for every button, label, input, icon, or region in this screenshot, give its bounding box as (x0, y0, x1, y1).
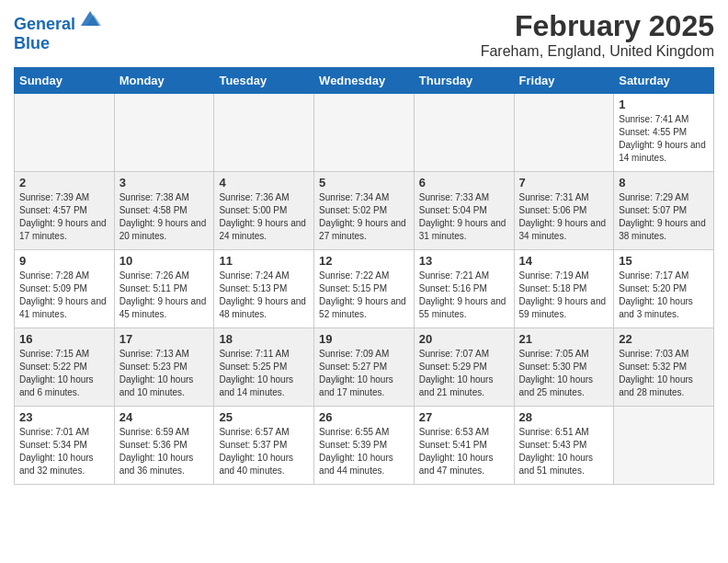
calendar-day (314, 94, 415, 172)
day-info: Sunrise: 7:38 AM Sunset: 4:58 PM Dayligh… (119, 191, 210, 243)
calendar-day: 20Sunrise: 7:07 AM Sunset: 5:29 PM Dayli… (414, 328, 514, 407)
day-number: 1 (619, 98, 709, 111)
day-number: 17 (119, 332, 210, 346)
day-number: 21 (519, 332, 609, 346)
calendar-day: 3Sunrise: 7:38 AM Sunset: 4:58 PM Daylig… (114, 172, 214, 250)
calendar-day: 11Sunrise: 7:24 AM Sunset: 5:13 PM Dayli… (214, 250, 314, 328)
calendar-day: 28Sunrise: 6:51 AM Sunset: 5:43 PM Dayli… (514, 407, 614, 485)
day-number: 12 (319, 254, 409, 268)
calendar-day: 26Sunrise: 6:55 AM Sunset: 5:39 PM Dayli… (314, 407, 415, 485)
calendar-day (214, 94, 314, 172)
day-info: Sunrise: 7:39 AM Sunset: 4:57 PM Dayligh… (19, 191, 109, 243)
day-info: Sunrise: 7:15 AM Sunset: 5:22 PM Dayligh… (19, 348, 109, 399)
calendar-day: 18Sunrise: 7:11 AM Sunset: 5:25 PM Dayli… (214, 328, 314, 407)
day-number: 20 (419, 332, 509, 346)
day-info: Sunrise: 7:28 AM Sunset: 5:09 PM Dayligh… (19, 270, 109, 321)
day-info: Sunrise: 7:21 AM Sunset: 5:16 PM Dayligh… (419, 270, 509, 321)
logo: General Blue (14, 9, 103, 53)
day-number: 11 (219, 254, 309, 268)
col-sunday: Sunday (15, 68, 115, 94)
col-saturday: Saturday (614, 68, 714, 94)
calendar-day: 12Sunrise: 7:22 AM Sunset: 5:15 PM Dayli… (314, 250, 415, 328)
calendar-day (514, 94, 614, 172)
logo-blue: Blue (14, 34, 50, 52)
calendar-week-5: 23Sunrise: 7:01 AM Sunset: 5:34 PM Dayli… (15, 407, 714, 485)
day-info: Sunrise: 7:13 AM Sunset: 5:23 PM Dayligh… (119, 348, 210, 399)
day-number: 13 (419, 254, 509, 268)
calendar-day (15, 94, 115, 172)
calendar-day: 15Sunrise: 7:17 AM Sunset: 5:20 PM Dayli… (614, 250, 714, 328)
day-info: Sunrise: 7:07 AM Sunset: 5:29 PM Dayligh… (419, 348, 509, 399)
day-info: Sunrise: 7:22 AM Sunset: 5:15 PM Dayligh… (319, 270, 409, 321)
calendar-day: 13Sunrise: 7:21 AM Sunset: 5:16 PM Dayli… (414, 250, 514, 328)
col-thursday: Thursday (414, 68, 514, 94)
day-number: 18 (219, 332, 309, 346)
col-tuesday: Tuesday (214, 68, 314, 94)
page: General Blue February 2025 Fareham, Engl… (0, 0, 728, 499)
calendar-day: 22Sunrise: 7:03 AM Sunset: 5:32 PM Dayli… (614, 328, 714, 407)
day-info: Sunrise: 7:05 AM Sunset: 5:30 PM Dayligh… (519, 348, 609, 399)
day-info: Sunrise: 6:57 AM Sunset: 5:37 PM Dayligh… (219, 426, 309, 477)
day-number: 19 (319, 332, 409, 346)
calendar-day: 17Sunrise: 7:13 AM Sunset: 5:23 PM Dayli… (114, 328, 214, 407)
day-info: Sunrise: 7:01 AM Sunset: 5:34 PM Dayligh… (19, 426, 109, 477)
calendar-subtitle: Fareham, England, United Kingdom (481, 43, 714, 60)
day-info: Sunrise: 7:17 AM Sunset: 5:20 PM Dayligh… (619, 270, 709, 321)
day-info: Sunrise: 6:59 AM Sunset: 5:36 PM Dayligh… (119, 426, 210, 477)
day-number: 5 (319, 176, 409, 190)
calendar-day: 25Sunrise: 6:57 AM Sunset: 5:37 PM Dayli… (214, 407, 314, 485)
calendar-week-2: 2Sunrise: 7:39 AM Sunset: 4:57 PM Daylig… (15, 172, 714, 250)
calendar-day: 9Sunrise: 7:28 AM Sunset: 5:09 PM Daylig… (15, 250, 115, 328)
day-info: Sunrise: 7:31 AM Sunset: 5:06 PM Dayligh… (519, 191, 609, 243)
header-row: Sunday Monday Tuesday Wednesday Thursday… (15, 68, 714, 94)
day-info: Sunrise: 7:41 AM Sunset: 4:55 PM Dayligh… (619, 113, 709, 165)
calendar-week-1: 1Sunrise: 7:41 AM Sunset: 4:55 PM Daylig… (15, 94, 714, 172)
calendar-day: 8Sunrise: 7:29 AM Sunset: 5:07 PM Daylig… (614, 172, 714, 250)
title-block: February 2025 Fareham, England, United K… (481, 9, 714, 60)
day-info: Sunrise: 7:26 AM Sunset: 5:11 PM Dayligh… (119, 270, 210, 321)
calendar-day: 23Sunrise: 7:01 AM Sunset: 5:34 PM Dayli… (15, 407, 115, 485)
day-number: 27 (419, 410, 509, 424)
calendar-day: 24Sunrise: 6:59 AM Sunset: 5:36 PM Dayli… (114, 407, 214, 485)
day-number: 24 (119, 410, 210, 424)
calendar-day: 6Sunrise: 7:33 AM Sunset: 5:04 PM Daylig… (414, 172, 514, 250)
day-number: 3 (119, 176, 210, 190)
day-number: 25 (219, 410, 309, 424)
day-info: Sunrise: 7:03 AM Sunset: 5:32 PM Dayligh… (619, 348, 709, 399)
day-number: 10 (119, 254, 210, 268)
day-info: Sunrise: 7:24 AM Sunset: 5:13 PM Dayligh… (219, 270, 309, 321)
calendar-day: 27Sunrise: 6:53 AM Sunset: 5:41 PM Dayli… (414, 407, 514, 485)
logo-general: General (14, 15, 75, 33)
col-friday: Friday (514, 68, 614, 94)
day-number: 7 (519, 176, 609, 190)
day-info: Sunrise: 6:53 AM Sunset: 5:41 PM Dayligh… (419, 426, 509, 477)
calendar-day (414, 94, 514, 172)
day-number: 6 (419, 176, 509, 190)
col-monday: Monday (114, 68, 214, 94)
header: General Blue February 2025 Fareham, Engl… (14, 9, 714, 60)
day-number: 26 (319, 410, 409, 424)
calendar-day (114, 94, 214, 172)
day-info: Sunrise: 7:36 AM Sunset: 5:00 PM Dayligh… (219, 191, 309, 243)
day-info: Sunrise: 7:09 AM Sunset: 5:27 PM Dayligh… (319, 348, 409, 399)
day-info: Sunrise: 7:34 AM Sunset: 5:02 PM Dayligh… (319, 191, 409, 243)
calendar-day: 19Sunrise: 7:09 AM Sunset: 5:27 PM Dayli… (314, 328, 415, 407)
calendar-day: 14Sunrise: 7:19 AM Sunset: 5:18 PM Dayli… (514, 250, 614, 328)
calendar-day: 4Sunrise: 7:36 AM Sunset: 5:00 PM Daylig… (214, 172, 314, 250)
day-info: Sunrise: 7:19 AM Sunset: 5:18 PM Dayligh… (519, 270, 609, 321)
col-wednesday: Wednesday (314, 68, 415, 94)
day-number: 15 (619, 254, 709, 268)
day-info: Sunrise: 6:51 AM Sunset: 5:43 PM Dayligh… (519, 426, 609, 477)
calendar-week-3: 9Sunrise: 7:28 AM Sunset: 5:09 PM Daylig… (15, 250, 714, 328)
calendar-day: 5Sunrise: 7:34 AM Sunset: 5:02 PM Daylig… (314, 172, 415, 250)
calendar-table: Sunday Monday Tuesday Wednesday Thursday… (14, 67, 714, 485)
calendar-day: 21Sunrise: 7:05 AM Sunset: 5:30 PM Dayli… (514, 328, 614, 407)
calendar-day: 1Sunrise: 7:41 AM Sunset: 4:55 PM Daylig… (614, 94, 714, 172)
day-number: 23 (19, 410, 109, 424)
calendar-day: 7Sunrise: 7:31 AM Sunset: 5:06 PM Daylig… (514, 172, 614, 250)
logo-text: General Blue (14, 9, 103, 53)
day-number: 28 (519, 410, 609, 424)
logo-icon (77, 9, 103, 29)
day-info: Sunrise: 7:29 AM Sunset: 5:07 PM Dayligh… (619, 191, 709, 243)
day-info: Sunrise: 6:55 AM Sunset: 5:39 PM Dayligh… (319, 426, 409, 477)
